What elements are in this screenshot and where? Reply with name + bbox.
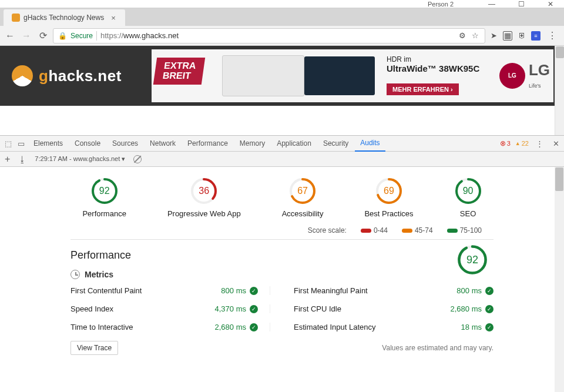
metrics-footer: View Trace Values are estimated and may … — [0, 331, 564, 355]
devtools-tab-console[interactable]: Console — [69, 136, 106, 152]
scale-item: 45-74 — [402, 226, 433, 234]
scale-item: 0-44 — [361, 226, 388, 234]
profile-label[interactable]: Person 2 — [428, 1, 454, 8]
device-toggle-icon[interactable]: ▭ — [15, 139, 27, 148]
favicon-icon — [12, 14, 20, 22]
forward-button[interactable]: → — [20, 31, 33, 41]
ext-ad-icon[interactable]: ▦ — [503, 31, 512, 41]
view-trace-button[interactable]: View Trace — [70, 341, 118, 355]
ext-badge-icon[interactable]: ≡ — [531, 31, 540, 41]
metric-row: First Contentful Paint800 ms✓ — [70, 286, 270, 295]
window-minimize[interactable]: — — [483, 0, 501, 8]
check-icon: ✓ — [485, 305, 494, 313]
scrollbar-thumb[interactable] — [555, 167, 563, 191]
metric-name: Speed Index — [70, 304, 113, 313]
logo-icon — [12, 65, 33, 86]
ad-copy: HDR imUltraWide™ 38WK95C — [387, 55, 479, 73]
window-close[interactable]: ✕ — [542, 0, 559, 8]
clear-icon[interactable] — [133, 155, 142, 163]
ad-banner[interactable]: EXTRABREIT HDR imUltraWide™ 38WK95C MEHR… — [152, 49, 553, 102]
devtools-tab-memory[interactable]: Memory — [234, 136, 270, 152]
section-score-gauge: 92 — [457, 244, 488, 275]
scale-label: Score scale: — [308, 226, 347, 234]
devtools-tab-application[interactable]: Application — [271, 136, 317, 152]
devtools-tab-audits[interactable]: Audits — [355, 136, 385, 152]
metric-name: First Contentful Paint — [70, 286, 142, 295]
metric-name: First Meaningful Paint — [294, 286, 368, 295]
audits-toolbar: + ⭳ 7:29:17 AM - www.ghacks.net — [0, 152, 564, 167]
logo-text[interactable]: ghacks.net — [39, 67, 122, 85]
secure-label: Secure — [70, 32, 93, 40]
browser-menu[interactable]: ⋮ — [544, 30, 560, 41]
check-icon: ✓ — [250, 305, 258, 313]
metric-row: Estimated Input Latency18 ms✓ — [294, 323, 494, 331]
metrics-header: Metrics — [70, 270, 494, 279]
tab-close-icon[interactable]: × — [111, 14, 116, 22]
metric-value: 800 ms✓ — [456, 286, 494, 295]
bookmark-icon[interactable]: ☆ — [471, 31, 480, 41]
devtools-tab-network[interactable]: Network — [145, 136, 181, 152]
metric-value: 18 ms✓ — [461, 323, 494, 331]
devtools-tab-sources[interactable]: Sources — [107, 136, 143, 152]
check-icon: ✓ — [485, 323, 494, 331]
back-button[interactable]: ← — [4, 31, 16, 41]
warning-count[interactable]: 22 — [515, 140, 529, 147]
metric-name: Estimated Input Latency — [294, 323, 375, 331]
scrollbar-thumb[interactable] — [556, 46, 564, 58]
ext-send-icon[interactable]: ➤ — [489, 31, 498, 41]
score-best-practices[interactable]: 69Best Practices — [364, 177, 413, 218]
devtools-menu-icon[interactable]: ⋮ — [533, 139, 545, 148]
page-scrollbar[interactable] — [555, 46, 564, 135]
inspect-element-icon[interactable]: ⬚ — [2, 139, 14, 148]
ad-cta-button[interactable]: MEHR ERFAHREN › — [387, 83, 459, 95]
address-bar[interactable]: 🔒 Secure https://www.ghacks.net ⚙ ☆ — [53, 28, 485, 43]
lock-icon: 🔒 — [58, 32, 67, 40]
section-title: Performance — [70, 249, 494, 262]
divider — [96, 31, 97, 41]
reload-button[interactable]: ⟳ — [36, 30, 49, 41]
metric-value: 800 ms✓ — [221, 286, 258, 295]
toolbar: ← → ⟳ 🔒 Secure https://www.ghacks.net ⚙ … — [0, 26, 564, 46]
url-text: https://www.ghacks.net — [100, 31, 179, 40]
ad-badge: EXTRABREIT — [153, 58, 206, 85]
metrics-label: Metrics — [85, 270, 113, 279]
devtools-tab-performance[interactable]: Performance — [182, 136, 233, 152]
scale-item: 75-100 — [447, 226, 482, 234]
score-row: 92Performance36Progressive Web App67Acce… — [0, 167, 564, 224]
metric-value: 4,370 ms✓ — [215, 304, 258, 313]
ad-brand: LG LGLife's — [499, 61, 550, 90]
window-titlebar: Person 2 — ☐ ✕ — [0, 0, 564, 8]
devtools-tab-elements[interactable]: Elements — [28, 136, 68, 152]
devtools-close-icon[interactable]: ✕ — [550, 139, 562, 148]
score-progressive-web-app[interactable]: 36Progressive Web App — [167, 177, 241, 218]
check-icon: ✓ — [485, 287, 494, 295]
ad-monitor-1 — [222, 55, 304, 96]
error-count[interactable]: 3 — [500, 139, 511, 148]
metric-row: Speed Index4,370 ms✓ — [70, 304, 270, 313]
score-performance[interactable]: 92Performance — [82, 177, 126, 218]
ext-shield-icon[interactable]: ⛨ — [517, 31, 526, 41]
score-seo[interactable]: 90SEO — [455, 177, 482, 218]
metric-row: First Meaningful Paint800 ms✓ — [294, 286, 494, 295]
check-icon: ✓ — [250, 323, 258, 331]
metric-value: 2,680 ms✓ — [215, 323, 258, 331]
audit-run-selector[interactable]: 7:29:17 AM - www.ghacks.net — [35, 155, 125, 163]
site-header: ghacks.net EXTRABREIT HDR imUltraWide™ 3… — [0, 46, 564, 106]
devtools-tab-security[interactable]: Security — [318, 136, 354, 152]
score-accessibility[interactable]: 67Accessibility — [282, 177, 324, 218]
download-report-button[interactable]: ⭳ — [18, 155, 26, 164]
new-audit-button[interactable]: + — [5, 154, 10, 165]
check-icon: ✓ — [250, 287, 258, 295]
browser-tab[interactable]: gHacks Technology News × — [4, 9, 125, 26]
window-maximize[interactable]: ☐ — [512, 0, 530, 8]
score-scale: Score scale: 0-4445-7475-100 — [0, 224, 564, 239]
page-viewport: ghacks.net EXTRABREIT HDR imUltraWide™ 3… — [0, 46, 564, 135]
devtools-tabbar: ⬚ ▭ ElementsConsoleSourcesNetworkPerform… — [0, 136, 564, 152]
tab-strip: gHacks Technology News × — [0, 8, 564, 26]
devtools-scrollbar[interactable] — [555, 167, 564, 392]
metric-name: Time to Interactive — [70, 323, 133, 331]
site-settings-icon[interactable]: ⚙ — [458, 31, 467, 41]
metrics-grid: First Contentful Paint800 ms✓First Meani… — [70, 286, 494, 331]
metric-value: 2,680 ms✓ — [451, 304, 494, 313]
audits-body: 92Performance36Progressive Web App67Acce… — [0, 167, 564, 392]
